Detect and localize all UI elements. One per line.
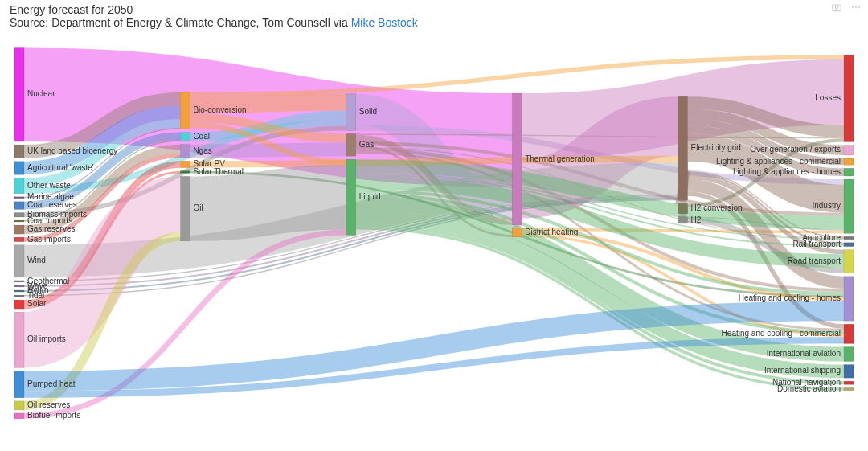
svg-rect-11 <box>14 212 24 217</box>
sankey-node-label: Oil <box>193 203 203 212</box>
sankey-node-label: UK land based bioenergy <box>27 146 117 155</box>
svg-rect-22 <box>14 371 24 398</box>
subtitle-text: Source: Department of Energy & Climate C… <box>10 16 351 29</box>
sankey-node-label: Tidal <box>27 291 44 300</box>
sankey-node-label: Road transport <box>788 256 841 265</box>
svg-rect-48 <box>844 324 854 343</box>
svg-rect-25 <box>180 92 190 129</box>
sankey-node-label: Agricultural 'waste' <box>27 163 94 172</box>
svg-rect-41 <box>844 158 854 165</box>
svg-point-2 <box>852 6 854 8</box>
sankey-node-label: Other waste <box>27 181 71 190</box>
sankey-node[interactable]: Gas imports <box>14 235 71 244</box>
sankey-node-label: Biofuel imports <box>27 411 80 420</box>
svg-rect-13 <box>14 225 24 234</box>
chart-header: Energy forecast for 2050 Source: Departm… <box>0 0 868 31</box>
sankey-node[interactable]: H2 conversion <box>678 203 743 214</box>
sankey-node[interactable]: Coal <box>180 132 210 141</box>
menu-icon[interactable] <box>850 2 862 13</box>
svg-rect-33 <box>346 159 356 235</box>
svg-rect-29 <box>180 171 190 174</box>
sankey-node[interactable]: Rail transport <box>793 240 854 248</box>
sankey-node-label: Lighting & appliances - commercial <box>716 157 841 166</box>
sankey-node-label: International aviation <box>767 349 841 358</box>
chart-toolbar <box>831 2 862 13</box>
sankey-node-label: Domestic aviation <box>777 384 841 393</box>
sankey-node-label: Over generation / exports <box>750 145 841 154</box>
sankey-node-label: Coal <box>193 132 210 141</box>
svg-point-3 <box>855 6 857 8</box>
sankey-node-label: Solar Thermal <box>193 167 244 176</box>
sankey-node[interactable]: Over generation / exports <box>750 145 854 155</box>
sankey-node[interactable]: Coal imports <box>14 216 72 225</box>
sankey-node-label: Liquid <box>359 192 381 201</box>
svg-rect-38 <box>678 217 688 223</box>
svg-rect-44 <box>844 236 854 239</box>
sankey-node-label: Heating and cooling - commercial <box>722 329 841 338</box>
camera-icon[interactable] <box>831 2 842 13</box>
sankey-node-label: International shipping <box>764 366 841 375</box>
sankey-node-label: Rail transport <box>793 240 841 248</box>
svg-rect-43 <box>844 179 854 233</box>
svg-rect-14 <box>14 237 24 242</box>
sankey-chart[interactable]: Nuclear → Thermal generation: 840UK land… <box>0 31 868 449</box>
sankey-link[interactable]: Bio-conversion → Solid: 150 <box>190 102 346 105</box>
source-link[interactable]: Mike Bostock <box>351 16 418 29</box>
svg-rect-50 <box>844 365 854 379</box>
sankey-link[interactable]: Oil → Liquid: 580 <box>190 197 346 208</box>
svg-point-4 <box>858 6 860 8</box>
svg-rect-45 <box>844 243 854 247</box>
sankey-node-label: Thermal generation <box>525 154 595 163</box>
svg-rect-8 <box>14 178 24 193</box>
sankey-node-label: Wind <box>27 256 46 264</box>
sankey-node-label: Heating and cooling - homes <box>739 293 841 302</box>
svg-rect-30 <box>180 176 190 240</box>
sankey-node[interactable]: Lighting & appliances - commercial <box>716 157 854 166</box>
svg-point-1 <box>835 6 838 9</box>
svg-rect-17 <box>14 285 24 287</box>
svg-rect-42 <box>844 168 854 176</box>
sankey-node-label: Gas <box>359 140 374 149</box>
sankey-node-label: Ngas <box>193 146 211 155</box>
svg-rect-10 <box>14 202 24 210</box>
sankey-node-label: Gas imports <box>27 235 71 244</box>
sankey-node[interactable]: Tidal <box>14 291 44 300</box>
sankey-node-label: Losses <box>815 93 841 102</box>
sankey-node-label: H2 <box>691 215 702 224</box>
svg-rect-49 <box>844 347 854 362</box>
sankey-link[interactable]: Ngas → Gas: 120 <box>190 150 346 151</box>
sankey-node[interactable]: Coal reserves <box>14 200 77 209</box>
sankey-node[interactable]: Gas reserves <box>14 224 75 234</box>
svg-rect-5 <box>14 48 24 142</box>
sankey-node[interactable]: Lighting & appliances - homes <box>733 167 854 176</box>
svg-rect-52 <box>844 387 854 390</box>
svg-rect-31 <box>346 94 356 131</box>
sankey-node-label: Bio-conversion <box>193 105 246 114</box>
svg-rect-34 <box>512 93 522 225</box>
sankey-node[interactable]: Solar <box>14 299 47 309</box>
sankey-node-label: Pumped heat <box>27 379 76 388</box>
svg-rect-18 <box>14 290 24 292</box>
sankey-node-label: Oil reserves <box>27 400 70 409</box>
svg-rect-28 <box>180 161 190 167</box>
svg-rect-24 <box>14 413 24 419</box>
svg-rect-21 <box>14 312 24 367</box>
sankey-node-label: Lighting & appliances - homes <box>733 167 841 176</box>
sankey-node-label: Coal imports <box>27 216 72 225</box>
svg-rect-27 <box>180 145 190 158</box>
sankey-node-label: Coal reserves <box>27 200 77 209</box>
sankey-node-label: District heating <box>525 228 578 236</box>
svg-rect-16 <box>14 281 24 282</box>
sankey-node-label: Solid <box>359 107 377 116</box>
sankey-node[interactable]: Oil reserves <box>14 400 70 410</box>
svg-rect-32 <box>346 133 356 156</box>
svg-rect-39 <box>844 55 854 141</box>
svg-rect-9 <box>14 197 24 199</box>
svg-rect-47 <box>844 277 854 321</box>
svg-rect-23 <box>14 401 24 410</box>
svg-rect-7 <box>14 162 24 175</box>
sankey-node-label: Oil imports <box>27 334 66 343</box>
sankey-node-label: Nuclear <box>27 89 55 98</box>
svg-rect-35 <box>512 228 522 237</box>
svg-rect-12 <box>14 220 24 222</box>
